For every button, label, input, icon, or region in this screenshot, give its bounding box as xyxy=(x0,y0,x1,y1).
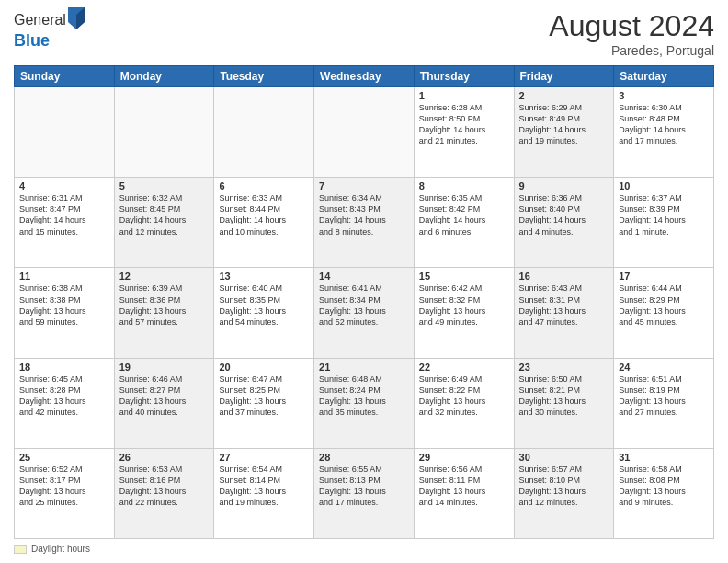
day-number: 18 xyxy=(19,362,109,373)
day-number: 6 xyxy=(219,180,309,191)
calendar-day-cell: 9Sunrise: 6:36 AMSunset: 8:40 PMDaylight… xyxy=(514,178,614,268)
calendar-day-cell: 31Sunrise: 6:58 AMSunset: 8:08 PMDayligh… xyxy=(614,448,714,538)
day-number: 19 xyxy=(119,362,210,373)
day-number: 24 xyxy=(619,362,709,373)
day-number: 3 xyxy=(619,90,709,101)
logo-blue-text: Blue xyxy=(14,31,50,50)
day-number: 21 xyxy=(319,362,409,373)
day-info: Sunrise: 6:35 AMSunset: 8:42 PMDaylight:… xyxy=(419,192,509,237)
day-info: Sunrise: 6:46 AMSunset: 8:27 PMDaylight:… xyxy=(119,373,210,419)
calendar-day-cell: 13Sunrise: 6:40 AMSunset: 8:35 PMDayligh… xyxy=(214,268,314,358)
calendar-day-cell: 29Sunrise: 6:56 AMSunset: 8:11 PMDayligh… xyxy=(414,448,514,538)
day-number: 9 xyxy=(519,180,609,191)
calendar-day-cell: 18Sunrise: 6:45 AMSunset: 8:28 PMDayligh… xyxy=(15,358,115,448)
day-info: Sunrise: 6:44 AMSunset: 8:29 PMDaylight:… xyxy=(619,282,709,327)
calendar-day-cell: 8Sunrise: 6:35 AMSunset: 8:42 PMDaylight… xyxy=(414,178,514,268)
calendar-day-cell xyxy=(314,87,415,178)
calendar-day-cell: 20Sunrise: 6:47 AMSunset: 8:25 PMDayligh… xyxy=(214,358,314,448)
month-year-title: August 2024 xyxy=(549,9,714,43)
calendar-header-row: SundayMondayTuesdayWednesdayThursdayFrid… xyxy=(15,66,714,87)
day-info: Sunrise: 6:51 AMSunset: 8:19 PMDaylight:… xyxy=(619,373,709,419)
calendar-day-cell: 28Sunrise: 6:55 AMSunset: 8:13 PMDayligh… xyxy=(314,448,415,538)
calendar-week-row: 18Sunrise: 6:45 AMSunset: 8:28 PMDayligh… xyxy=(15,358,714,448)
day-info: Sunrise: 6:40 AMSunset: 8:35 PMDaylight:… xyxy=(219,282,309,327)
day-info: Sunrise: 6:42 AMSunset: 8:32 PMDaylight:… xyxy=(419,282,509,327)
header: General Blue August 2024 Paredes, Portug… xyxy=(14,9,714,58)
calendar-week-row: 11Sunrise: 6:38 AMSunset: 8:38 PMDayligh… xyxy=(15,268,714,358)
calendar-day-cell: 19Sunrise: 6:46 AMSunset: 8:27 PMDayligh… xyxy=(114,358,214,448)
day-number: 1 xyxy=(419,90,509,101)
day-number: 16 xyxy=(519,270,609,282)
day-info: Sunrise: 6:52 AMSunset: 8:17 PMDaylight:… xyxy=(19,464,109,509)
day-info: Sunrise: 6:39 AMSunset: 8:36 PMDaylight:… xyxy=(119,282,210,327)
calendar-day-cell: 2Sunrise: 6:29 AMSunset: 8:49 PMDaylight… xyxy=(514,87,614,178)
day-info: Sunrise: 6:36 AMSunset: 8:40 PMDaylight:… xyxy=(519,192,609,237)
day-number: 8 xyxy=(419,180,509,191)
calendar-day-cell: 27Sunrise: 6:54 AMSunset: 8:14 PMDayligh… xyxy=(214,448,314,538)
weekday-header: Friday xyxy=(514,66,614,87)
day-number: 28 xyxy=(319,452,409,463)
day-number: 10 xyxy=(619,180,709,191)
title-block: August 2024 Paredes, Portugal xyxy=(549,9,714,58)
day-number: 20 xyxy=(219,362,309,373)
day-info: Sunrise: 6:38 AMSunset: 8:38 PMDaylight:… xyxy=(19,282,109,327)
calendar-day-cell: 3Sunrise: 6:30 AMSunset: 8:48 PMDaylight… xyxy=(614,87,714,178)
day-info: Sunrise: 6:47 AMSunset: 8:25 PMDaylight:… xyxy=(219,373,309,419)
logo: General Blue xyxy=(14,9,85,51)
calendar-day-cell xyxy=(214,87,314,178)
calendar-day-cell: 17Sunrise: 6:44 AMSunset: 8:29 PMDayligh… xyxy=(614,268,714,358)
logo-icon xyxy=(68,7,85,29)
day-info: Sunrise: 6:57 AMSunset: 8:10 PMDaylight:… xyxy=(519,464,609,509)
calendar-day-cell: 1Sunrise: 6:28 AMSunset: 8:50 PMDaylight… xyxy=(414,87,514,178)
day-number: 30 xyxy=(519,452,609,463)
day-info: Sunrise: 6:55 AMSunset: 8:13 PMDaylight:… xyxy=(319,464,409,509)
day-number: 29 xyxy=(419,452,509,463)
calendar-day-cell: 22Sunrise: 6:49 AMSunset: 8:22 PMDayligh… xyxy=(414,358,514,448)
calendar-day-cell: 15Sunrise: 6:42 AMSunset: 8:32 PMDayligh… xyxy=(414,268,514,358)
day-number: 23 xyxy=(519,362,609,373)
day-info: Sunrise: 6:34 AMSunset: 8:43 PMDaylight:… xyxy=(319,192,409,237)
legend-box xyxy=(14,545,27,554)
calendar-day-cell: 12Sunrise: 6:39 AMSunset: 8:36 PMDayligh… xyxy=(114,268,214,358)
weekday-header: Sunday xyxy=(15,66,115,87)
day-info: Sunrise: 6:32 AMSunset: 8:45 PMDaylight:… xyxy=(119,192,210,237)
calendar-day-cell: 23Sunrise: 6:50 AMSunset: 8:21 PMDayligh… xyxy=(514,358,614,448)
calendar-day-cell xyxy=(114,87,214,178)
calendar-day-cell: 26Sunrise: 6:53 AMSunset: 8:16 PMDayligh… xyxy=(114,448,214,538)
weekday-header: Saturday xyxy=(614,66,714,87)
day-info: Sunrise: 6:30 AMSunset: 8:48 PMDaylight:… xyxy=(619,102,709,147)
day-number: 17 xyxy=(619,270,709,282)
weekday-header: Monday xyxy=(114,66,214,87)
calendar-day-cell: 21Sunrise: 6:48 AMSunset: 8:24 PMDayligh… xyxy=(314,358,415,448)
calendar-day-cell: 11Sunrise: 6:38 AMSunset: 8:38 PMDayligh… xyxy=(15,268,115,358)
weekday-header: Wednesday xyxy=(314,66,415,87)
day-info: Sunrise: 6:41 AMSunset: 8:34 PMDaylight:… xyxy=(319,282,409,327)
day-info: Sunrise: 6:45 AMSunset: 8:28 PMDaylight:… xyxy=(19,373,109,419)
day-number: 7 xyxy=(319,180,409,191)
day-info: Sunrise: 6:43 AMSunset: 8:31 PMDaylight:… xyxy=(519,282,609,327)
calendar-day-cell: 4Sunrise: 6:31 AMSunset: 8:47 PMDaylight… xyxy=(15,178,115,268)
calendar-day-cell: 16Sunrise: 6:43 AMSunset: 8:31 PMDayligh… xyxy=(514,268,614,358)
day-info: Sunrise: 6:33 AMSunset: 8:44 PMDaylight:… xyxy=(219,192,309,237)
calendar-day-cell: 14Sunrise: 6:41 AMSunset: 8:34 PMDayligh… xyxy=(314,268,415,358)
day-info: Sunrise: 6:31 AMSunset: 8:47 PMDaylight:… xyxy=(19,192,109,237)
day-number: 25 xyxy=(19,452,109,463)
calendar-day-cell: 30Sunrise: 6:57 AMSunset: 8:10 PMDayligh… xyxy=(514,448,614,538)
day-info: Sunrise: 6:56 AMSunset: 8:11 PMDaylight:… xyxy=(419,464,509,509)
logo-general-text: General xyxy=(14,12,66,29)
calendar-day-cell: 6Sunrise: 6:33 AMSunset: 8:44 PMDaylight… xyxy=(214,178,314,268)
day-info: Sunrise: 6:53 AMSunset: 8:16 PMDaylight:… xyxy=(119,464,210,509)
day-number: 2 xyxy=(519,90,609,101)
day-number: 14 xyxy=(319,270,409,282)
day-info: Sunrise: 6:49 AMSunset: 8:22 PMDaylight:… xyxy=(419,373,509,419)
calendar-day-cell xyxy=(15,87,115,178)
day-number: 27 xyxy=(219,452,309,463)
location-subtitle: Paredes, Portugal xyxy=(549,43,714,58)
calendar-day-cell: 25Sunrise: 6:52 AMSunset: 8:17 PMDayligh… xyxy=(15,448,115,538)
day-info: Sunrise: 6:29 AMSunset: 8:49 PMDaylight:… xyxy=(519,102,609,147)
day-number: 31 xyxy=(619,452,709,463)
calendar-day-cell: 24Sunrise: 6:51 AMSunset: 8:19 PMDayligh… xyxy=(614,358,714,448)
weekday-header: Thursday xyxy=(414,66,514,87)
day-info: Sunrise: 6:37 AMSunset: 8:39 PMDaylight:… xyxy=(619,192,709,237)
calendar-day-cell: 5Sunrise: 6:32 AMSunset: 8:45 PMDaylight… xyxy=(114,178,214,268)
